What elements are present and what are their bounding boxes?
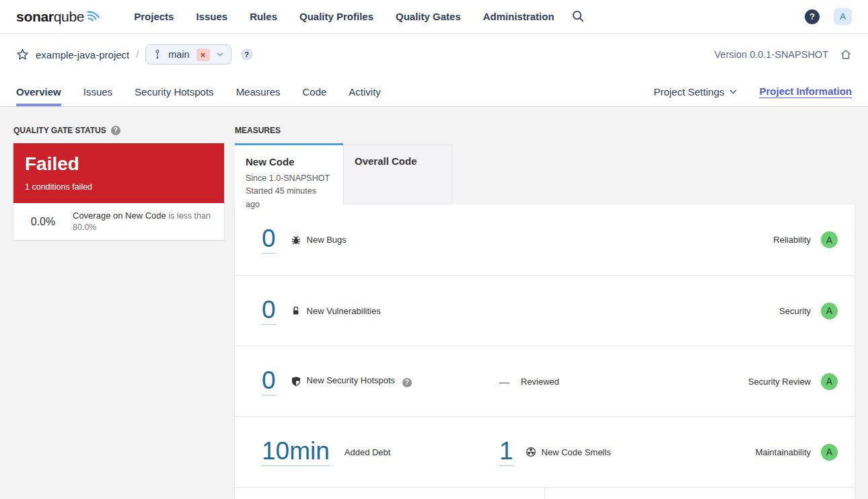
tab-measures[interactable]: Measures — [236, 86, 281, 106]
search-icon — [572, 10, 585, 23]
security-review-label: Security Review — [748, 377, 811, 387]
branch-clear-button[interactable]: × — [196, 48, 210, 61]
nav-item-projects[interactable]: Projects — [134, 11, 174, 22]
security-review-rating-badge: A — [821, 373, 838, 390]
reliability-rating: Reliability A — [773, 231, 838, 248]
added-debt-link[interactable]: 10min — [262, 438, 330, 466]
measures-tabs: New Code Since 1.0-SNAPSHOT Started 45 m… — [235, 143, 855, 204]
open-lock-icon — [291, 305, 301, 316]
help-button[interactable]: ? — [805, 9, 820, 24]
star-icon — [16, 48, 29, 61]
hotspots-help-button[interactable]: ? — [402, 378, 412, 387]
nav-item-rules[interactable]: Rules — [250, 11, 277, 22]
measure-row-bugs: 0 New Bugs — [235, 204, 855, 275]
new-code-started: Started 45 minutes ago — [246, 185, 332, 211]
added-debt-label: Added Debt — [345, 447, 391, 457]
quality-gate-column: QUALITY GATE STATUS ? Failed 1 condition… — [13, 125, 224, 499]
new-security-hotspots-label: New Security Hotspots ? — [307, 375, 412, 387]
avatar-letter: A — [840, 11, 846, 22]
tab-activity[interactable]: Activity — [349, 86, 381, 106]
tab-security-hotspots[interactable]: Security Hotspots — [135, 86, 214, 106]
vulnerabilities-group: 0 New Vulnerabilities — [262, 297, 499, 325]
security-review-rating: Security Review A — [748, 373, 838, 390]
security-rating: Security A — [779, 303, 838, 319]
branch-help-button[interactable]: ? — [241, 48, 253, 61]
logo-wave-icon — [85, 6, 102, 22]
quality-gate-status: Failed — [25, 154, 213, 174]
tab-code[interactable]: Code — [302, 86, 326, 106]
new-bugs-count-link[interactable]: 0 — [262, 226, 276, 254]
new-security-hotspots-count-link[interactable]: 0 — [262, 368, 276, 395]
logo-text-bold: sonar — [16, 9, 54, 25]
measures-title: MEASURES — [235, 126, 281, 135]
quality-gate-help-button[interactable]: ? — [111, 126, 120, 135]
nav-item-quality-profiles[interactable]: Quality Profiles — [299, 11, 373, 22]
project-settings-label: Project Settings — [653, 86, 724, 98]
home-icon — [840, 48, 852, 61]
main-nav: Projects Issues Rules Quality Profiles Q… — [134, 11, 554, 22]
code-smells-group: 1 New Code Smells — [499, 438, 611, 466]
breadcrumb-separator: / — [136, 49, 139, 60]
measure-row-maintainability: 10min Added Debt 1 New Code Smells — [235, 416, 855, 487]
branch-icon — [153, 49, 161, 60]
reviewed-dash: — — [499, 376, 509, 387]
top-navbar: sonar qube Projects Issues Rules Quality… — [0, 0, 868, 34]
new-code-smells-label: New Code Smells — [542, 447, 611, 457]
project-settings-menu[interactable]: Project Settings — [653, 86, 737, 98]
tab-issues[interactable]: Issues — [83, 86, 112, 106]
new-code-smells-count-link[interactable]: 1 — [499, 438, 513, 466]
shield-icon — [291, 376, 301, 387]
reviewed-label: Reviewed — [521, 377, 559, 387]
tab-new-code[interactable]: New Code Since 1.0-SNAPSHOT Started 45 m… — [235, 143, 343, 204]
question-icon: ? — [114, 126, 118, 134]
condition-description: Coverage on New Code is less than 80.0% — [73, 210, 216, 233]
user-avatar[interactable]: A — [834, 8, 852, 25]
new-vulnerabilities-label: New Vulnerabilities — [307, 306, 381, 316]
project-information-link[interactable]: Project Information — [759, 85, 852, 98]
navbar-right: ? A — [805, 8, 852, 25]
bugs-group: 0 New Bugs — [262, 226, 499, 254]
nav-item-administration[interactable]: Administration — [483, 11, 554, 22]
favorite-star-button[interactable] — [16, 48, 29, 61]
measures-column: MEASURES New Code Since 1.0-SNAPSHOT Sta… — [235, 125, 855, 499]
quality-gate-status-banner: Failed 1 conditions failed — [13, 143, 224, 203]
chevron-down-icon — [729, 89, 737, 94]
breadcrumb-project-link[interactable]: example-java-project — [36, 49, 129, 61]
project-tabbar: Overview Issues Security Hotspots Measur… — [0, 75, 868, 107]
measures-header: MEASURES — [235, 125, 855, 135]
overall-code-label: Overall Code — [355, 155, 441, 167]
new-vulnerabilities-count-link[interactable]: 0 — [262, 297, 276, 325]
new-bugs-label: New Bugs — [307, 235, 347, 245]
sonarqube-logo[interactable]: sonar qube — [16, 9, 102, 25]
measure-row-vulnerabilities: 0 New Vulnerabilities Security A — [235, 275, 855, 346]
help-icon: ? — [809, 11, 815, 22]
condition-value: 0.0% — [13, 216, 73, 228]
maintainability-label: Maintainability — [756, 447, 811, 457]
tab-overview[interactable]: Overview — [16, 86, 61, 106]
quality-gate-card: Failed 1 conditions failed 0.0% Coverage… — [13, 143, 224, 240]
measures-panel: 0 New Bugs — [235, 204, 855, 499]
overview-content: QUALITY GATE STATUS ? Failed 1 condition… — [0, 107, 868, 499]
hotspots-group: 0 New Security Hotspots ? — [262, 368, 499, 395]
branch-selector[interactable]: main × — [145, 44, 231, 65]
project-version: Version 0.0.1-SNAPSHOT — [715, 49, 828, 60]
condition-metric: Coverage on New Code — [73, 210, 166, 221]
coverage-cell — [235, 488, 544, 499]
measure-row-security-hotspots: 0 New Security Hotspots ? — Reviewed — [235, 346, 855, 416]
search-button[interactable] — [572, 10, 585, 23]
breadcrumb: example-java-project / main × ? Version … — [0, 34, 868, 75]
nav-item-quality-gates[interactable]: Quality Gates — [396, 11, 461, 22]
quality-gate-title: QUALITY GATE STATUS — [13, 126, 106, 135]
nav-item-issues[interactable]: Issues — [196, 11, 227, 22]
reliability-label: Reliability — [773, 235, 811, 245]
homepage-button[interactable] — [840, 48, 852, 61]
chevron-down-icon — [217, 52, 223, 56]
new-code-since: Since 1.0-SNAPSHOT — [246, 172, 332, 185]
new-code-label: New Code — [246, 156, 332, 167]
reliability-rating-badge: A — [821, 231, 838, 248]
logo-text-light: qube — [54, 9, 85, 25]
tab-overall-code[interactable]: Overall Code — [343, 145, 452, 204]
security-label: Security — [779, 306, 811, 316]
tabbar-right: Project Settings Project Information — [653, 85, 852, 106]
close-icon: × — [201, 50, 206, 60]
